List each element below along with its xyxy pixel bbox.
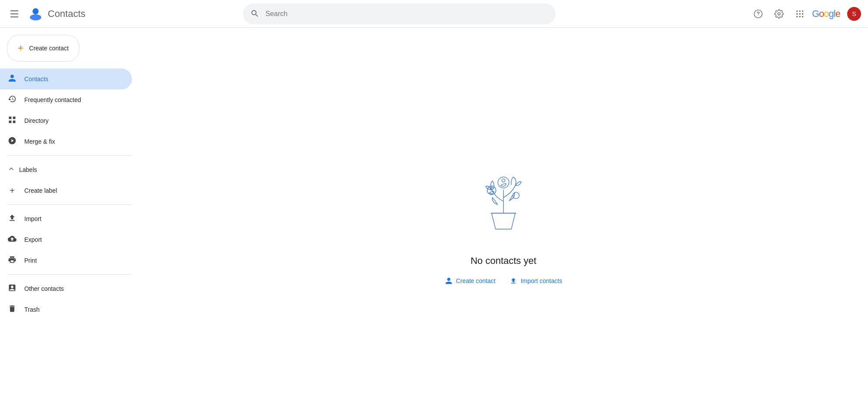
empty-state-actions: Create contact Import contacts [445,277,562,285]
sidebar-item-directory[interactable]: Directory [0,110,132,131]
contacts-label: Contacts [24,76,48,82]
svg-point-8 [796,13,798,14]
svg-point-5 [796,10,798,11]
search-bar [243,3,556,24]
svg-point-9 [799,13,800,14]
sidebar-item-contacts[interactable]: Contacts [0,69,132,89]
labels-header[interactable]: Labels [0,159,139,180]
divider-3 [7,274,132,275]
other-contacts-label: Other contacts [24,285,64,292]
create-label-icon: + [7,186,17,196]
import-contacts-action-icon [510,277,517,285]
sidebar-item-import[interactable]: Import [0,208,132,229]
google-wordmark: Google [812,8,840,20]
sidebar-item-merge-fix[interactable]: Merge & fix [0,131,132,152]
app-name-label: Contacts [48,8,85,20]
svg-point-11 [796,16,798,17]
sidebar: + Create contact Contacts Frequently con… [0,28,139,415]
google-apps-button[interactable] [791,5,809,23]
export-label: Export [24,236,42,243]
svg-point-18 [513,192,519,199]
import-icon [7,214,17,224]
sidebar-item-export[interactable]: Export [0,229,132,250]
empty-state-title: No contacts yet [470,255,536,267]
main-content: No contacts yet Create contact Import co… [139,28,868,415]
svg-point-2 [30,14,41,20]
empty-state-import-contacts-link[interactable]: Import contacts [510,277,562,285]
contacts-icon [7,74,17,85]
create-contact-label: Create contact [29,45,69,52]
header: Contacts [0,0,868,28]
export-icon [7,234,17,245]
sidebar-item-frequently-contacted[interactable]: Frequently contacted [0,89,132,110]
create-label-item[interactable]: + Create label [0,180,132,201]
create-label-label: Create label [24,187,57,194]
trash-icon [7,304,17,315]
directory-label: Directory [24,117,49,124]
help-button[interactable] [750,5,767,23]
app-logo: Contacts [27,5,85,23]
print-label: Print [24,257,37,264]
merge-fix-label: Merge & fix [24,138,55,145]
main-layout: + Create contact Contacts Frequently con… [0,28,868,415]
sidebar-item-print[interactable]: Print [0,250,132,271]
labels-section-label: Labels [19,166,37,173]
empty-state-create-contact-link[interactable]: Create contact [445,277,496,285]
divider-2 [7,204,132,205]
import-label: Import [24,215,42,222]
directory-icon [7,115,17,126]
print-icon [7,255,17,266]
empty-state: No contacts yet Create contact Import co… [445,158,562,285]
user-avatar[interactable]: S [847,7,861,21]
merge-fix-icon [7,136,17,147]
divider-1 [7,155,132,156]
svg-point-4 [758,15,758,16]
header-left: Contacts [7,5,146,23]
create-contact-button[interactable]: + Create contact [7,35,79,62]
trash-label: Trash [24,306,39,313]
svg-point-1 [33,8,39,14]
contacts-app-icon [27,5,44,23]
svg-point-10 [802,13,803,14]
svg-point-13 [802,16,803,17]
frequently-contacted-label: Frequently contacted [24,96,81,103]
settings-button[interactable] [770,5,788,23]
svg-point-12 [799,16,800,17]
plus-icon: + [18,42,24,54]
hamburger-button[interactable] [7,7,22,21]
history-icon [7,95,17,105]
other-contacts-icon [7,283,17,294]
empty-state-illustration [460,158,547,245]
svg-point-15 [502,179,505,182]
search-input[interactable] [243,3,556,24]
chevron-up-icon [7,165,16,175]
svg-point-7 [802,10,803,11]
search-icon [250,9,259,19]
create-contact-action-icon [445,277,453,285]
header-right: Google S [750,5,861,23]
empty-state-create-contact-label: Create contact [456,277,496,284]
sidebar-item-other-contacts[interactable]: Other contacts [0,278,132,299]
svg-point-6 [799,10,800,11]
empty-state-import-contacts-label: Import contacts [521,277,562,284]
sidebar-item-trash[interactable]: Trash [0,299,132,320]
